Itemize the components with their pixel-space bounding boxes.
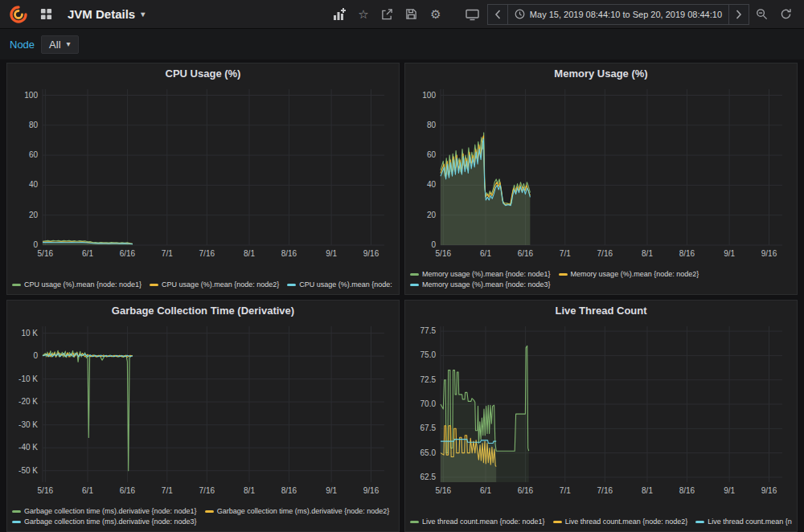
svg-text:80: 80 (29, 121, 39, 129)
save-button[interactable] (400, 2, 424, 27)
settings-button[interactable]: ⚙ (424, 2, 448, 27)
cycle-view-button[interactable] (461, 2, 485, 27)
legend-label: Memory usage (%).mean {node: node2} (571, 269, 699, 280)
legend-label: Live thread count.mean {node: node2} (565, 517, 688, 527)
cpu-usage-legend: CPU usage (%).mean {node: node1}CPU usag… (7, 280, 399, 294)
svg-text:20: 20 (29, 211, 39, 219)
refresh-button[interactable] (773, 2, 798, 27)
svg-text:-30 K: -30 K (18, 420, 38, 429)
svg-text:62.5: 62.5 (420, 473, 437, 481)
chart-canvas[interactable]: 10 K0-10 K-20 K-30 K-40 K-50 K5/166/16/1… (10, 318, 391, 498)
star-button[interactable]: ☆ (351, 2, 375, 27)
legend-item[interactable]: CPU usage (%).mean {node: node2} (150, 280, 279, 290)
svg-text:5/16: 5/16 (38, 249, 54, 258)
series-color-icon (559, 273, 568, 276)
svg-text:-20 K: -20 K (18, 397, 38, 406)
memory-usage-chart[interactable]: 0204060801005/166/16/167/17/168/18/169/1… (405, 81, 797, 261)
add-panel-button[interactable] (327, 2, 351, 27)
legend-row: Garbage collection time (ms).derivative … (12, 506, 394, 517)
bar-chart-plus-icon (333, 8, 346, 21)
legend-item[interactable]: Live thread count.mean {node: node2} (553, 517, 688, 527)
legend-row: Memory usage (%).mean {node: node3} (410, 280, 792, 290)
svg-text:40: 40 (427, 180, 437, 189)
panel-memory-usage: Memory Usage (%) 0204060801005/166/16/16… (404, 63, 798, 295)
svg-text:-40 K: -40 K (18, 443, 38, 452)
legend-item[interactable]: Memory usage (%).mean {node: node2} (559, 269, 699, 280)
chart-canvas[interactable]: 0204060801005/166/16/167/17/168/18/169/1… (10, 81, 391, 261)
legend-item[interactable]: Garbage collection time (ms).derivative … (12, 506, 197, 517)
share-icon (381, 8, 393, 20)
series-color-icon (205, 510, 214, 513)
chevron-right-icon (736, 10, 742, 19)
chart-canvas[interactable]: 62.565.067.570.072.575.077.55/166/16/167… (408, 318, 789, 498)
svg-text:8/1: 8/1 (642, 249, 653, 258)
svg-text:8/1: 8/1 (244, 486, 255, 495)
gear-icon: ⚙ (430, 7, 441, 22)
legend-item[interactable]: Garbage collection time (ms).derivative … (205, 506, 390, 517)
panel-title[interactable]: Garbage Collection Time (Derivative) (7, 301, 399, 318)
variable-value: All (49, 39, 60, 51)
time-forward-button[interactable] (728, 4, 749, 25)
svg-text:100: 100 (24, 91, 38, 100)
variable-value-dropdown[interactable]: All ▾ (41, 35, 78, 54)
legend-item[interactable]: Live thread count.mean {node: node3} (695, 517, 792, 527)
page-title: JVM Details (68, 7, 135, 21)
svg-text:8/16: 8/16 (679, 249, 695, 258)
zoom-out-button[interactable] (749, 2, 773, 27)
svg-text:5/16: 5/16 (38, 486, 54, 495)
svg-text:20: 20 (427, 211, 437, 219)
legend-row: Garbage collection time (ms).derivative … (12, 517, 394, 527)
svg-text:77.5: 77.5 (420, 326, 437, 335)
panel-title[interactable]: CPU Usage (%) (7, 63, 399, 81)
legend-item[interactable]: Garbage collection time (ms).derivative … (12, 517, 197, 527)
svg-text:7/16: 7/16 (199, 486, 215, 495)
svg-text:6/16: 6/16 (120, 249, 136, 258)
gc-time-chart[interactable]: 10 K0-10 K-20 K-30 K-40 K-50 K5/166/16/1… (7, 318, 399, 498)
dashboards-grid-icon (40, 8, 52, 20)
time-range-text: May 15, 2019 08:44:10 to Sep 20, 2019 08… (530, 10, 722, 19)
time-range-button[interactable]: May 15, 2019 08:44:10 to Sep 20, 2019 08… (507, 4, 729, 25)
submenu: Node All ▾ (0, 29, 804, 59)
svg-text:6/1: 6/1 (82, 486, 93, 495)
svg-text:100: 100 (422, 91, 436, 100)
series-color-icon (410, 273, 419, 276)
dashboard-title-dropdown[interactable]: JVM Details ▾ (61, 7, 151, 21)
svg-text:8/1: 8/1 (642, 486, 653, 495)
legend-row: CPU usage (%).mean {node: node1}CPU usag… (12, 280, 394, 290)
legend-item[interactable]: CPU usage (%).mean {node: node1} (12, 280, 142, 290)
svg-text:7/16: 7/16 (597, 486, 613, 495)
legend-item[interactable]: Memory usage (%).mean {node: node1} (410, 269, 551, 280)
svg-text:9/1: 9/1 (724, 486, 735, 495)
svg-text:6/1: 6/1 (480, 249, 491, 258)
svg-text:5/16: 5/16 (436, 249, 452, 258)
legend-row: Memory usage (%).mean {node: node1}Memor… (410, 269, 792, 280)
legend-item[interactable]: Live thread count.mean {node: node1} (410, 517, 545, 527)
svg-text:65.0: 65.0 (420, 448, 437, 457)
share-button[interactable] (375, 2, 400, 27)
panel-title[interactable]: Live Thread Count (405, 301, 797, 318)
variable-label: Node (10, 39, 35, 51)
time-back-button[interactable] (487, 4, 508, 25)
svg-text:67.5: 67.5 (420, 424, 437, 432)
series-color-icon (695, 521, 704, 523)
svg-text:9/1: 9/1 (326, 486, 337, 495)
legend-item[interactable]: Memory usage (%).mean {node: node3} (410, 280, 551, 290)
svg-text:5/16: 5/16 (436, 486, 452, 495)
clock-icon (515, 9, 525, 19)
chart-canvas[interactable]: 0204060801005/166/16/167/17/168/18/169/1… (408, 81, 789, 261)
live-thread-count-chart[interactable]: 62.565.067.570.072.575.077.55/166/16/167… (405, 318, 797, 498)
legend-label: Live thread count.mean {node: node1} (422, 517, 545, 527)
legend-label: CPU usage (%).mean {node: node1} (24, 280, 142, 290)
panel-title[interactable]: Memory Usage (%) (405, 63, 797, 81)
legend-label: Garbage collection time (ms).derivative … (24, 517, 197, 527)
svg-text:7/1: 7/1 (560, 486, 571, 495)
save-icon (405, 8, 417, 20)
legend-item[interactable]: CPU usage (%).mean {node: node3} (287, 280, 394, 290)
star-icon: ☆ (358, 7, 368, 22)
svg-text:40: 40 (29, 180, 39, 189)
series-color-icon (410, 284, 419, 286)
cpu-usage-chart[interactable]: 0204060801005/166/16/167/17/168/18/169/1… (7, 81, 399, 261)
grafana-logo[interactable] (6, 2, 31, 27)
dashboards-button[interactable] (34, 2, 58, 27)
svg-text:60: 60 (29, 150, 39, 159)
